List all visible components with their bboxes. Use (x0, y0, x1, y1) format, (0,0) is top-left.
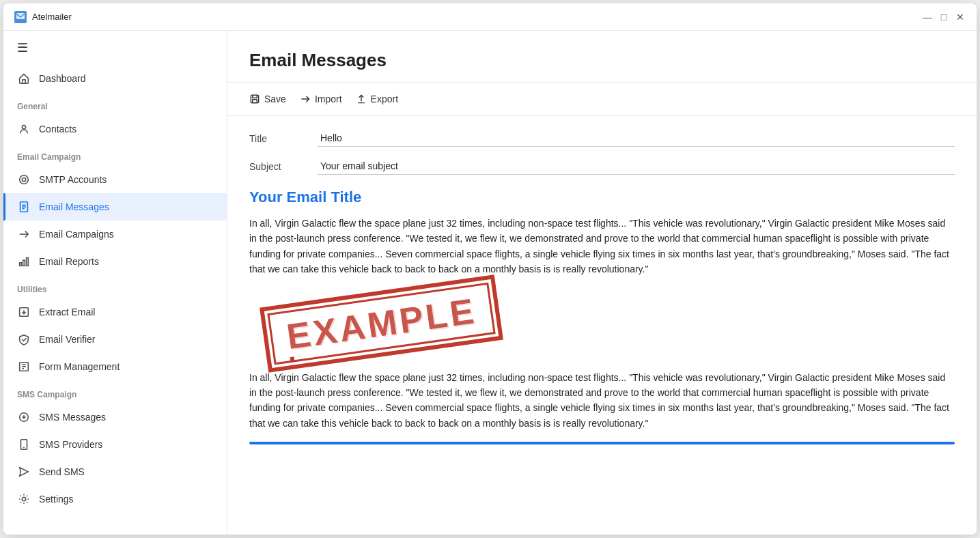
send-icon (17, 227, 31, 241)
sidebar-item-email-messages[interactable]: Email Messages (3, 193, 227, 221)
svg-rect-11 (23, 260, 25, 266)
svg-point-2 (22, 126, 25, 129)
svg-point-23 (22, 497, 25, 500)
content-area: Title Subject Your Email Title In all, V… (227, 116, 977, 535)
subject-row: Subject (249, 158, 955, 175)
sidebar-item-contacts[interactable]: Contacts (3, 115, 227, 143)
sidebar-item-form-management[interactable]: Form Management (3, 353, 227, 380)
sidebar-item-label: Dashboard (39, 73, 86, 84)
sidebar-item-label: Contacts (39, 124, 76, 134)
email-preview-title: Your Email Title (249, 188, 955, 206)
titlebar-left: Atelmailer (14, 11, 72, 23)
sidebar-item-label: Email Messages (39, 201, 109, 212)
import-label: Import (315, 94, 342, 104)
sidebar-item-label: Form Management (39, 361, 120, 372)
export-label: Export (371, 94, 398, 104)
sidebar-item-email-campaigns[interactable]: Email Campaigns (3, 221, 227, 248)
save-icon (249, 94, 260, 104)
page-title: Email Messages (249, 50, 955, 71)
export-icon (356, 94, 367, 104)
titlebar: Atelmailer — □ ✕ (3, 3, 977, 31)
home-icon (17, 72, 31, 85)
sidebar-item-label: Settings (39, 494, 74, 505)
section-email-campaign: Email Campaign (3, 143, 227, 166)
sidebar-item-label: SMTP Accounts (39, 174, 107, 185)
email-body-text-1: In all, Virgin Galactic flew the space p… (249, 216, 955, 277)
maximize-button[interactable]: □ (938, 12, 949, 23)
svg-rect-24 (251, 95, 258, 102)
svg-rect-1 (23, 80, 26, 83)
email-body-text-2: In all, Virgin Galactic flew the space p… (249, 370, 955, 431)
example-stamp-container: EXAMPLE (263, 291, 955, 356)
minimize-button[interactable]: — (922, 12, 933, 23)
scroll-indicator (249, 442, 955, 444)
section-sms-campaign: SMS Campaign (3, 380, 227, 404)
settings-icon (17, 492, 31, 506)
export-button[interactable]: Export (356, 91, 398, 107)
app-window: Atelmailer — □ ✕ ☰ Dashboard Gener (3, 3, 977, 535)
title-label: Title (249, 133, 318, 144)
svg-rect-12 (27, 258, 29, 266)
sidebar-item-smtp-accounts[interactable]: SMTP Accounts (3, 166, 227, 193)
page-header: Email Messages (227, 31, 977, 83)
sidebar-item-label: Email Reports (39, 256, 99, 267)
sms-provider-icon (17, 438, 31, 451)
verifier-icon (17, 332, 31, 346)
example-stamp: EXAMPLE (260, 274, 503, 372)
sidebar: ☰ Dashboard General (3, 31, 227, 535)
sidebar-item-sms-messages[interactable]: SMS Messages (3, 404, 227, 431)
smtp-icon (17, 173, 31, 186)
sidebar-item-settings[interactable]: Settings (3, 485, 227, 513)
sidebar-item-label: Extract Email (39, 307, 95, 317)
sidebar-item-send-sms[interactable]: Send SMS (3, 458, 227, 485)
sidebar-item-email-verifier[interactable]: Email Verifier (3, 326, 227, 353)
section-general: General (3, 92, 227, 115)
app-icon (14, 11, 27, 23)
form-icon (17, 360, 31, 373)
sidebar-item-label: SMS Providers (39, 439, 102, 450)
sidebar-item-label: Send SMS (39, 466, 85, 477)
sidebar-item-extract-email[interactable]: Extract Email (3, 298, 227, 326)
app-title: Atelmailer (32, 12, 72, 22)
svg-rect-10 (20, 263, 22, 266)
hamburger-button[interactable]: ☰ (3, 31, 227, 65)
title-input[interactable] (318, 130, 955, 147)
sidebar-item-label: Email Verifier (39, 334, 95, 345)
title-row: Title (249, 130, 955, 147)
sidebar-item-dashboard[interactable]: Dashboard (3, 65, 227, 92)
svg-rect-0 (16, 13, 25, 19)
import-icon (300, 94, 311, 104)
import-button[interactable]: Import (300, 91, 342, 107)
close-button[interactable]: ✕ (955, 12, 966, 23)
svg-marker-22 (20, 468, 29, 477)
sidebar-item-sms-providers[interactable]: SMS Providers (3, 431, 227, 458)
sidebar-item-label: Email Campaigns (39, 229, 114, 240)
svg-point-4 (22, 178, 25, 181)
svg-rect-25 (253, 95, 257, 98)
save-label: Save (264, 94, 286, 104)
file-icon (17, 200, 31, 214)
stamp-text: EXAMPLE (284, 289, 479, 356)
subject-label: Subject (249, 161, 318, 172)
main-content: Email Messages Save Import (227, 31, 977, 535)
app-body: ☰ Dashboard General (3, 31, 977, 535)
sidebar-item-email-reports[interactable]: Email Reports (3, 248, 227, 275)
subject-input[interactable] (318, 158, 955, 175)
save-button[interactable]: Save (249, 91, 286, 107)
toolbar: Save Import Export (227, 83, 977, 116)
send-sms-icon (17, 465, 31, 479)
extract-icon (17, 305, 31, 319)
chart-icon (17, 255, 31, 268)
svg-rect-26 (253, 100, 257, 103)
contacts-icon (17, 122, 31, 136)
window-controls: — □ ✕ (922, 12, 966, 23)
section-utilities: Utilities (3, 275, 227, 298)
stamp-inner: EXAMPLE (260, 274, 503, 372)
sms-icon (17, 410, 31, 424)
sidebar-item-label: SMS Messages (39, 412, 106, 423)
svg-point-3 (20, 175, 29, 184)
